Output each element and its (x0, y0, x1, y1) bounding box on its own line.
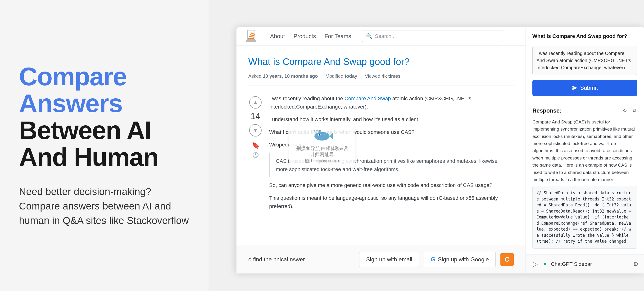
signup-google-button[interactable]: G Sign up with Google (424, 252, 496, 267)
so-nav-logo (246, 30, 256, 42)
cas-link[interactable]: Compare And Swap (344, 96, 391, 102)
so-logo-icon (246, 30, 256, 42)
response-label: Response: (532, 107, 562, 114)
chatgpt-question: What is Compare And Swap good for? (532, 33, 637, 40)
so-signup-bar: o find the hnical nswer Sign up with ema… (236, 245, 526, 274)
nav-about[interactable]: About (267, 31, 288, 42)
chatgpt-bottom-bar: ▷ ✦ ChatGPT Sidebar ⚙ (526, 254, 644, 274)
signup-google-label: Sign up with Google (438, 256, 489, 263)
bookmark-button[interactable]: 🔖 (252, 141, 260, 149)
chatgpt-logo-icon: ✦ (542, 260, 548, 268)
meta-modified: Modified today (325, 74, 357, 79)
so-nav-links: About Products For Teams (267, 31, 354, 42)
svg-point-3 (319, 134, 320, 136)
send-icon (572, 85, 578, 91)
expand-button[interactable]: ▷ (532, 259, 539, 269)
chatgpt-input-area[interactable]: I was recently reading about the Compare… (532, 46, 637, 75)
subtext: Need better decision-making? Compare ans… (19, 184, 190, 228)
chatgpt-sidebar-label: ChatGPT Sidebar (551, 261, 630, 267)
post-body-1: I was recently reading about the Compare… (269, 94, 514, 111)
svg-marker-1 (330, 133, 333, 139)
headline-black: Between AI And Human (19, 117, 190, 170)
fish-icon: 别摸鱼 (311, 127, 333, 144)
vote-column: ▲ 14 ▼ 🔖 🕐 (248, 94, 262, 215)
so-search-bar[interactable]: 🔍 Search . (362, 30, 504, 42)
search-icon: 🔍 (366, 33, 372, 39)
svg-line-9 (250, 34, 254, 36)
svg-rect-6 (246, 40, 256, 42)
copy-button[interactable]: ⧉ (632, 107, 637, 115)
meta-viewed: Viewed 4k times (365, 74, 401, 79)
chatgpt-submit-button[interactable]: Submit (532, 80, 637, 96)
post-body-6: This question is meant to be language-ag… (269, 194, 514, 210)
nav-products[interactable]: Products (290, 31, 320, 42)
chatgpt-header: What is Compare And Swap good for? I was… (526, 27, 644, 102)
nav-for-teams[interactable]: For Teams (321, 31, 354, 42)
chatgpt-sidebar: What is Compare And Swap good for? I was… (526, 27, 644, 274)
so-question-body: ▲ 14 ▼ 🔖 🕐 I was recently reading about … (248, 94, 514, 215)
question-title[interactable]: What is Compare And Swap good for? (248, 56, 514, 68)
search-text: Search . (375, 33, 394, 39)
chatgpt-response-header: Response: ↻ ⧉ (532, 107, 637, 115)
signup-so-icon: C (505, 256, 510, 263)
google-g-icon: G (431, 256, 436, 263)
submit-label: Submit (580, 84, 598, 91)
signup-so-button[interactable]: C (500, 253, 514, 266)
settings-button[interactable]: ⚙ (633, 261, 638, 268)
question-meta: Asked 10 years, 10 months ago Modified t… (248, 74, 514, 86)
so-content: What is Compare And Swap good for? Asked… (236, 46, 526, 245)
left-panel: Compare Answers Between AI And Human Nee… (0, 0, 208, 291)
svg-line-10 (251, 33, 255, 34)
chatgpt-response-section: Response: ↻ ⧉ Compare And Swap (CAS) is … (526, 102, 644, 254)
post-body-5: So, can anyone give me a more generic re… (269, 181, 514, 189)
watermark-logo: 别摸鱼 别摸鱼导航 白领体验&设计师网址导航:biemoyu.com (289, 112, 355, 179)
vote-up-button[interactable]: ▲ (249, 96, 262, 108)
so-main: About Products For Teams 🔍 Search . What… (236, 27, 526, 274)
response-paragraph-1: Compare And Swap (CAS) is useful for imp… (532, 118, 637, 184)
chatgpt-code-block: // SharedData is a shared data structure… (532, 186, 637, 248)
svg-line-8 (249, 36, 254, 37)
signup-text: o find the hnical nswer (248, 256, 354, 264)
signup-email-button[interactable]: Sign up with email (359, 252, 419, 267)
right-panel: About Products For Teams 🔍 Search . What… (208, 0, 644, 291)
svg-text:别摸鱼: 别摸鱼 (313, 130, 322, 133)
vote-count: 14 (251, 112, 260, 121)
headline-blue: Compare Answers (19, 63, 190, 117)
meta-asked: Asked 10 years, 10 months ago (248, 74, 318, 79)
chatgpt-response-text: Compare And Swap (CAS) is useful for imp… (532, 118, 637, 248)
so-nav: About Products For Teams 🔍 Search . (236, 27, 526, 46)
vote-down-button[interactable]: ▼ (249, 124, 262, 136)
svg-point-0 (314, 132, 330, 140)
watermark-text: 别摸鱼导航 白领体验&设计师网址导航:biemoyu.com (294, 145, 350, 164)
response-actions: ↻ ⧉ (622, 107, 637, 115)
refresh-button[interactable]: ↻ (622, 107, 628, 115)
history-button[interactable]: 🕐 (252, 152, 259, 158)
